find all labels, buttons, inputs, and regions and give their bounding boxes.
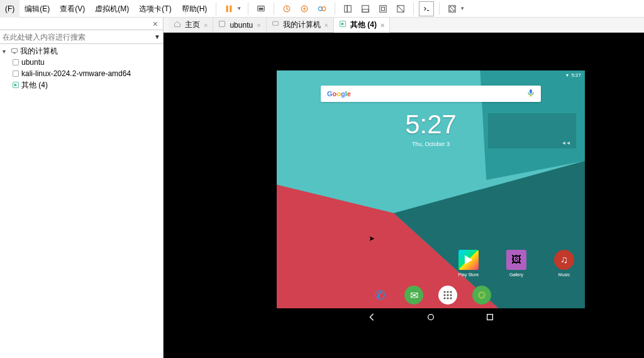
computer-icon [272, 20, 279, 30]
sidebar-close-icon[interactable]: × [148, 19, 163, 29]
svg-rect-10 [362, 5, 369, 12]
svg-rect-11 [362, 9, 369, 11]
android-status-bar[interactable]: ▾ 5:27 [566, 70, 581, 79]
pause-dropdown[interactable]: ▼ [236, 6, 242, 11]
menu-view[interactable]: 查看(V) [55, 0, 90, 18]
rewind-icon[interactable]: ◂◂ [562, 139, 571, 146]
nav-back-icon[interactable] [367, 313, 376, 324]
separator [335, 3, 335, 15]
google-search-bar[interactable]: Google [321, 86, 541, 102]
snapshot-button[interactable] [253, 1, 269, 16]
tree-root-label: 我的计算机 [20, 46, 58, 57]
svg-rect-21 [219, 21, 225, 27]
svg-point-30 [450, 294, 452, 296]
nav-recent-icon[interactable] [486, 313, 494, 324]
app-label: Play Store [454, 272, 483, 277]
tree-item-kali[interactable]: kali-linux-2024.2-vmware-amd64 [0, 68, 163, 79]
svg-rect-1 [230, 5, 232, 12]
svg-rect-22 [272, 21, 278, 25]
tree-item-other[interactable]: 其他 (4) [0, 79, 163, 91]
vm-icon [218, 20, 226, 30]
fullscreen-dropdown[interactable]: ▼ [460, 6, 465, 11]
svg-point-25 [443, 291, 445, 293]
view-stretch-icon[interactable] [393, 1, 408, 16]
tab-label: 主页 [185, 20, 200, 30]
vm-icon [11, 70, 20, 77]
view-fit-icon[interactable] [375, 1, 391, 16]
svg-rect-8 [345, 5, 347, 12]
mic-icon[interactable] [527, 89, 535, 99]
svg-point-32 [447, 297, 448, 299]
dock-app-drawer-icon[interactable] [438, 286, 457, 305]
library-tree: ▾ 我的计算机 ubuntu kali-linux-2024.2-vmware-… [0, 44, 163, 92]
svg-rect-37 [487, 315, 493, 320]
vm-running-icon [339, 20, 347, 30]
app-label: Gallery [502, 272, 531, 277]
view-single-icon[interactable] [340, 1, 355, 16]
svg-point-31 [443, 297, 445, 299]
svg-point-35 [480, 293, 484, 297]
menu-tabs[interactable]: 选项卡(T) [134, 0, 176, 18]
svg-point-29 [447, 294, 448, 296]
app-music[interactable]: ♫ Music [550, 250, 579, 277]
menu-edit[interactable]: 编辑(E) [19, 0, 55, 18]
tab-label: 其他 (4) [350, 20, 377, 30]
app-label: Music [550, 272, 579, 277]
view-terminal-icon[interactable] [419, 1, 434, 16]
tab-close-icon[interactable]: × [257, 21, 260, 29]
mouse-cursor-icon: ➤ [369, 234, 375, 243]
music-widget[interactable]: ◂◂ [488, 113, 576, 148]
separator [274, 3, 274, 15]
vm-running-icon [11, 81, 20, 89]
tree-item-label: ubuntu [21, 58, 45, 67]
tab-my-computer[interactable]: 我的计算机 × [267, 18, 334, 32]
battery-icon: ▾ [566, 72, 569, 78]
take-snapshot-icon[interactable] [297, 1, 312, 16]
tab-home[interactable]: 主页 × [169, 18, 213, 32]
tab-other-active[interactable]: 其他 (4) × [334, 18, 390, 33]
menu-file[interactable]: (F) [0, 0, 19, 18]
svg-rect-13 [382, 7, 385, 10]
separator [216, 3, 216, 15]
separator [439, 3, 440, 15]
app-play-store[interactable]: Play Store [454, 250, 483, 277]
dock-phone-icon[interactable]: ✆ [370, 286, 389, 305]
android-nav-bar [277, 308, 585, 328]
tree-item-label: kali-linux-2024.2-vmware-amd64 [21, 69, 131, 78]
computer-icon [10, 47, 19, 55]
vm-display-area[interactable]: ▾ 5:27 Google 5:27 Thu, October 3 [164, 33, 644, 358]
vm-icon [11, 59, 20, 66]
pause-button[interactable] [221, 1, 236, 16]
tab-close-icon[interactable]: × [325, 21, 328, 29]
dock-messages-icon[interactable]: ✉ [404, 286, 423, 305]
app-gallery[interactable]: 🖼 Gallery [502, 250, 531, 277]
svg-rect-3 [259, 8, 264, 10]
tab-close-icon[interactable]: × [380, 21, 384, 29]
fullscreen-icon[interactable] [445, 1, 460, 16]
svg-point-36 [428, 315, 434, 320]
tab-ubuntu[interactable]: ubuntu × [213, 18, 266, 32]
tab-close-icon[interactable]: × [204, 21, 208, 29]
search-dropdown-icon[interactable]: ▼ [154, 33, 160, 40]
library-sidebar: × ▼ ▾ 我的计算机 ubuntu kali-linux-2024.2-vmw… [0, 18, 164, 358]
revert-snapshot-icon[interactable] [279, 1, 294, 16]
manage-snapshot-icon[interactable] [314, 1, 330, 16]
menu-vm[interactable]: 虚拟机(M) [90, 0, 134, 18]
svg-rect-24 [530, 89, 532, 94]
menu-help[interactable]: 帮助(H) [177, 0, 213, 18]
nav-home-icon[interactable] [426, 313, 435, 324]
tree-item-ubuntu[interactable]: ubuntu [0, 57, 163, 68]
view-console-icon[interactable] [358, 1, 373, 16]
menu-bar: (F) 编辑(E) 查看(V) 虚拟机(M) 选项卡(T) 帮助(H) ▼ ▼ [0, 0, 644, 18]
dock-browser-icon[interactable] [472, 286, 491, 305]
svg-point-33 [450, 297, 452, 299]
home-icon [174, 20, 181, 30]
tree-root-my-computer[interactable]: ▾ 我的计算机 [0, 45, 163, 57]
tab-label: 我的计算机 [283, 20, 321, 30]
svg-rect-18 [13, 60, 19, 65]
library-search-input[interactable] [3, 33, 154, 42]
svg-point-28 [443, 294, 445, 296]
svg-rect-9 [347, 5, 351, 12]
android-screen[interactable]: ▾ 5:27 Google 5:27 Thu, October 3 [277, 70, 585, 328]
android-dock: ✆ ✉ [277, 286, 585, 305]
